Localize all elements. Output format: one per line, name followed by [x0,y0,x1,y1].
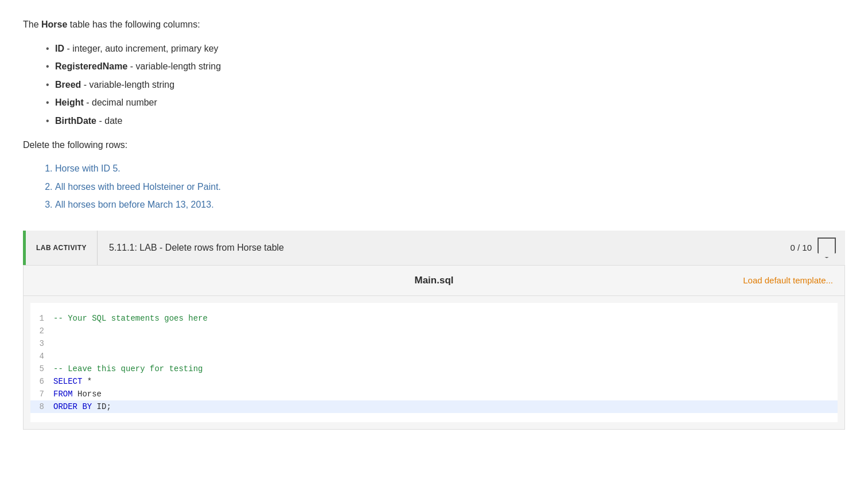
columns-list: ID - integer, auto increment, primary ke… [46,41,845,128]
column-registeredname: RegisteredName - variable-length string [46,59,845,74]
code-line-6: 6 SELECT * [30,375,838,388]
column-birthdate: BirthDate - date [46,114,845,128]
editor-filename: Main.sql [301,275,567,286]
code-editor[interactable]: 1 -- Your SQL statements goes here 2 3 4… [30,303,838,422]
column-id: ID - integer, auto increment, primary ke… [46,41,845,56]
code-line-2: 2 [30,325,838,337]
table-name-bold: Horse [41,20,67,29]
editor-header: Main.sql Load default template... [24,266,844,296]
delete-list: Horse with ID 5. All horses with breed H… [55,161,845,212]
column-height: Height - decimal number [46,95,845,110]
intro-paragraph: The Horse table has the following column… [23,17,845,32]
lab-activity-title: 5.11.1: LAB - Delete rows from Horse tab… [98,243,781,253]
delete-item-3: All horses born before March 13, 2013. [55,197,845,212]
score-text: 0 / 10 [790,243,812,252]
code-line-5: 5 -- Leave this query for testing [30,363,838,375]
score-badge-icon [818,237,836,258]
delete-item-2: All horses with breed Holsteiner or Pain… [55,180,845,194]
code-line-4: 4 [30,350,838,363]
code-line-1: 1 -- Your SQL statements goes here [30,312,838,325]
lab-activity-bar: LAB ACTIVITY 5.11.1: LAB - Delete rows f… [23,231,845,265]
delete-item-1: Horse with ID 5. [55,161,845,176]
editor-panel: Main.sql Load default template... 1 -- Y… [23,265,845,430]
code-line-8: 8 ORDER BY ID; [30,400,838,413]
load-template-button[interactable]: Load default template... [743,275,833,285]
lab-activity-label: LAB ACTIVITY [26,231,98,265]
code-line-3: 3 [30,337,838,350]
code-line-7: 7 FROM Horse [30,388,838,400]
column-breed: Breed - variable-length string [46,77,845,92]
lab-activity-score: 0 / 10 [781,237,845,258]
delete-prompt: Delete the following rows: [23,138,845,153]
